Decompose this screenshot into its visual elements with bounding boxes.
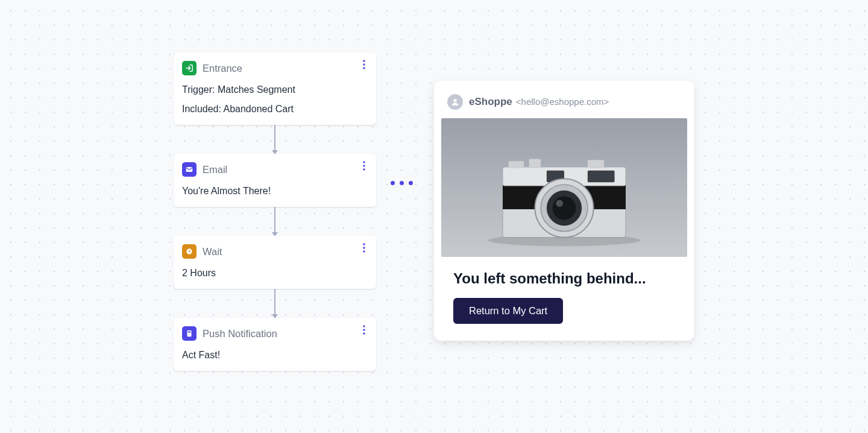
flow-connector (174, 125, 376, 154)
avatar-icon (447, 94, 463, 110)
node-title: Push Notification (203, 328, 277, 340)
svg-point-1 (363, 63, 365, 65)
return-to-cart-button[interactable]: Return to My Cart (453, 298, 563, 324)
sender-name: eShoppe (469, 96, 512, 108)
svg-point-13 (363, 332, 365, 334)
svg-point-3 (363, 161, 365, 163)
svg-rect-24 (588, 171, 615, 182)
flow-node-push[interactable]: Push Notification Act Fast! (174, 318, 376, 371)
sender-email: <hello@eshoppe.com> (516, 96, 609, 107)
svg-point-30 (556, 200, 563, 207)
svg-point-29 (553, 197, 576, 220)
svg-point-16 (453, 99, 456, 102)
email-headline: You left something behind... (453, 270, 675, 287)
svg-rect-23 (588, 160, 604, 168)
svg-rect-14 (187, 330, 192, 337)
node-detail: 2 Hours (182, 267, 368, 279)
node-detail: Act Fast! (182, 349, 368, 361)
svg-rect-21 (509, 161, 524, 168)
node-detail: Trigger: Matches Segment (182, 84, 368, 96)
node-title: Email (203, 164, 227, 175)
svg-point-9 (363, 250, 365, 252)
svg-point-5 (363, 168, 365, 170)
node-menu-button[interactable] (358, 323, 370, 337)
node-menu-button[interactable] (358, 57, 370, 72)
svg-rect-22 (529, 159, 541, 168)
svg-point-0 (363, 60, 365, 62)
flow-connector (174, 289, 376, 318)
push-icon (182, 326, 197, 341)
flow-node-wait[interactable]: Wait 2 Hours (174, 236, 376, 289)
svg-point-2 (363, 67, 365, 69)
node-detail: Included: Abandoned Cart (182, 103, 368, 115)
email-hero-image (441, 118, 687, 257)
node-menu-button[interactable] (358, 241, 370, 255)
flow-node-email[interactable]: Email You're Almost There! (174, 154, 376, 207)
email-sender-row: eShoppe <hello@eshoppe.com> (434, 81, 694, 118)
svg-point-4 (363, 165, 365, 166)
svg-point-7 (363, 243, 365, 245)
flow-connector (174, 207, 376, 236)
email-preview-card: eShoppe <hello@eshoppe.com> (434, 81, 694, 341)
entrance-icon (182, 61, 197, 75)
node-detail: You're Almost There! (182, 185, 368, 197)
clock-icon (182, 244, 197, 259)
flow-column: Entrance Trigger: Matches Segment Includ… (174, 52, 376, 371)
flow-node-entrance[interactable]: Entrance Trigger: Matches Segment Includ… (174, 52, 376, 125)
svg-point-12 (363, 329, 365, 330)
svg-point-8 (363, 247, 365, 248)
svg-rect-15 (188, 332, 191, 333)
email-icon (182, 162, 197, 177)
svg-point-11 (363, 325, 365, 327)
relation-indicator (391, 181, 413, 185)
node-title: Entrance (203, 63, 242, 74)
node-menu-button[interactable] (358, 159, 370, 173)
node-title: Wait (203, 246, 222, 258)
journey-canvas[interactable]: Entrance Trigger: Matches Segment Includ… (0, 0, 868, 433)
